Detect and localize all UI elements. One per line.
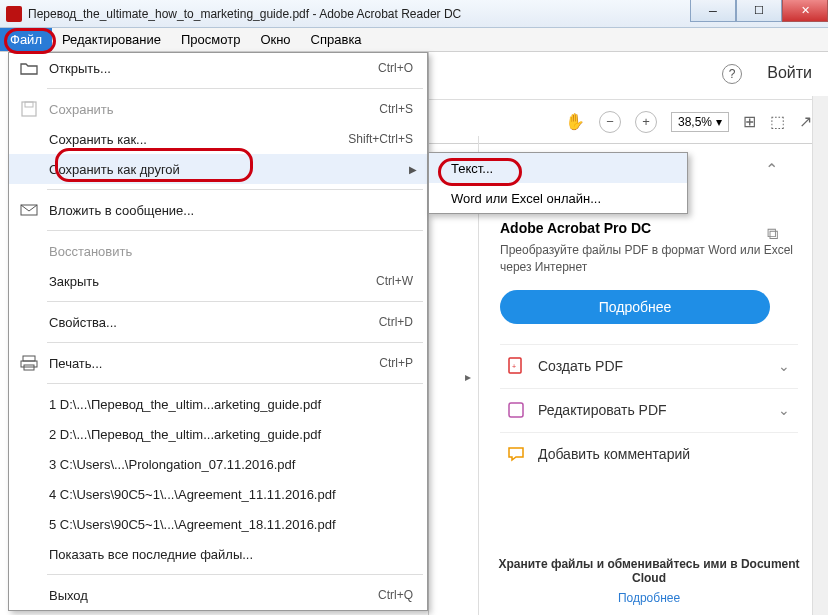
- separator: [47, 342, 423, 343]
- printer-icon: [17, 355, 41, 371]
- footer-link[interactable]: Подробнее: [618, 591, 680, 605]
- separator: [47, 574, 423, 575]
- svg-rect-4: [25, 102, 33, 107]
- panel-collapse-icon[interactable]: ▸: [465, 370, 471, 384]
- export-title: Adobe Acrobat Pro DC: [500, 220, 798, 236]
- comment-icon: [506, 444, 526, 464]
- menu-save-shortcut: Ctrl+S: [379, 102, 413, 116]
- menu-recent-5-label: 5 C:\Users\90C5~1\...\Agreement_18.11.20…: [49, 517, 413, 532]
- menu-exit-shortcut: Ctrl+Q: [378, 588, 413, 602]
- login-link[interactable]: Войти: [767, 64, 812, 82]
- save-icon: [17, 101, 41, 117]
- separator: [47, 383, 423, 384]
- create-pdf-label: Создать PDF: [538, 358, 623, 374]
- menu-print-shortcut: Ctrl+P: [379, 356, 413, 370]
- zoom-in-button[interactable]: +: [635, 111, 657, 133]
- menu-save-as-shortcut: Shift+Ctrl+S: [348, 132, 413, 146]
- collapse-chevron-icon[interactable]: ⌃: [765, 160, 778, 179]
- create-pdf-row[interactable]: + Создать PDF ⌄: [500, 344, 798, 388]
- zoom-out-button[interactable]: −: [599, 111, 621, 133]
- menu-attach-email[interactable]: Вложить в сообщение...: [9, 195, 427, 225]
- svg-text:+: +: [512, 363, 516, 370]
- tools-panel: Adobe Acrobat Pro DC Преобразуйте файлы …: [500, 220, 798, 476]
- edit-pdf-icon: [506, 400, 526, 420]
- menu-open-label: Открыть...: [49, 61, 378, 76]
- svg-rect-3: [22, 102, 36, 116]
- cloud-footer: Храните файлы и обменивайтесь ими в Docu…: [490, 557, 808, 605]
- menu-restore: Восстановить: [9, 236, 427, 266]
- footer-text: Храните файлы и обменивайтесь ими в Docu…: [490, 557, 808, 585]
- menu-exit[interactable]: Выход Ctrl+Q: [9, 580, 427, 610]
- minimize-button[interactable]: ─: [690, 0, 736, 22]
- menu-properties-shortcut: Ctrl+D: [379, 315, 413, 329]
- menu-recent-4-label: 4 C:\Users\90C5~1\...\Agreement_11.11.20…: [49, 487, 413, 502]
- menu-open[interactable]: Открыть... Ctrl+O: [9, 53, 427, 83]
- svg-rect-6: [23, 356, 35, 361]
- edit-pdf-label: Редактировать PDF: [538, 402, 667, 418]
- file-menu-dropdown: Открыть... Ctrl+O Сохранить Ctrl+S Сохра…: [8, 52, 428, 611]
- menu-print[interactable]: Печать... Ctrl+P: [9, 348, 427, 378]
- create-pdf-icon: +: [506, 356, 526, 376]
- menu-save-as-other-label: Сохранить как другой: [49, 162, 413, 177]
- menu-properties-label: Свойства...: [49, 315, 379, 330]
- maximize-button[interactable]: ☐: [736, 0, 782, 22]
- menu-recent-3-label: 3 C:\Users\...\Prolongation_07.11.2016.p…: [49, 457, 413, 472]
- menu-save: Сохранить Ctrl+S: [9, 94, 427, 124]
- menu-close-doc[interactable]: Закрыть Ctrl+W: [9, 266, 427, 296]
- close-window-button[interactable]: ✕: [782, 0, 828, 22]
- menu-view[interactable]: Просмотр: [171, 28, 250, 51]
- submenu-word-excel[interactable]: Word или Excel онлайн...: [429, 183, 687, 213]
- chevron-down-icon: ⌄: [778, 358, 790, 374]
- edit-pdf-row[interactable]: Редактировать PDF ⌄: [500, 388, 798, 432]
- menu-help[interactable]: Справка: [301, 28, 372, 51]
- menu-recent-2[interactable]: 2 D:\...\Перевод_the_ultim...arketing_gu…: [9, 419, 427, 449]
- menu-file[interactable]: Файл: [0, 28, 52, 51]
- menu-properties[interactable]: Свойства... Ctrl+D: [9, 307, 427, 337]
- submenu-word-excel-label: Word или Excel онлайн...: [451, 191, 601, 206]
- separator: [47, 88, 423, 89]
- export-desc: Преобразуйте файлы PDF в формат Word или…: [500, 242, 798, 276]
- separator: [47, 301, 423, 302]
- help-icon[interactable]: ?: [722, 64, 742, 84]
- menu-window[interactable]: Окно: [250, 28, 300, 51]
- envelope-icon: [17, 204, 41, 216]
- chevron-down-icon: ⌄: [778, 402, 790, 418]
- window-titlebar: Перевод_the_ultimate_how_to_marketing_gu…: [0, 0, 828, 28]
- hand-tool-icon[interactable]: ✋: [565, 112, 585, 131]
- svg-rect-7: [21, 361, 37, 367]
- share-icon[interactable]: ↗: [799, 112, 812, 131]
- vertical-scrollbar[interactable]: [812, 96, 828, 615]
- menu-save-label: Сохранить: [49, 102, 379, 117]
- menu-recent-1[interactable]: 1 D:\...\Перевод_the_ultim...arketing_gu…: [9, 389, 427, 419]
- app-icon: [6, 6, 22, 22]
- menu-save-as-label: Сохранить как...: [49, 132, 348, 147]
- menu-recent-3[interactable]: 3 C:\Users\...\Prolongation_07.11.2016.p…: [9, 449, 427, 479]
- add-comment-label: Добавить комментарий: [538, 446, 690, 462]
- separator: [47, 230, 423, 231]
- fit-width-icon[interactable]: ⊞: [743, 112, 756, 131]
- menu-save-as[interactable]: Сохранить как... Shift+Ctrl+S: [9, 124, 427, 154]
- submenu-text[interactable]: Текст...: [429, 153, 687, 183]
- menu-recent-4[interactable]: 4 C:\Users\90C5~1\...\Agreement_11.11.20…: [9, 479, 427, 509]
- learn-more-button[interactable]: Подробнее: [500, 290, 770, 324]
- save-as-other-submenu: Текст... Word или Excel онлайн...: [428, 152, 688, 214]
- zoom-level[interactable]: 38,5%▾: [671, 112, 729, 132]
- fit-page-icon[interactable]: ⬚: [770, 112, 785, 131]
- menu-show-all-recent[interactable]: Показать все последние файлы...: [9, 539, 427, 569]
- copy-icon[interactable]: ⧉: [767, 225, 778, 243]
- menu-recent-2-label: 2 D:\...\Перевод_the_ultim...arketing_gu…: [49, 427, 413, 442]
- zoom-toolbar: ✋ − + 38,5%▾ ⊞ ⬚ ↗: [429, 100, 828, 144]
- folder-open-icon: [17, 61, 41, 75]
- svg-rect-2: [509, 403, 523, 417]
- separator: [47, 189, 423, 190]
- add-comment-row[interactable]: Добавить комментарий: [500, 432, 798, 476]
- menu-edit[interactable]: Редактирование: [52, 28, 171, 51]
- menubar: Файл Редактирование Просмотр Окно Справк…: [0, 28, 828, 52]
- export-pdf-card: Adobe Acrobat Pro DC Преобразуйте файлы …: [500, 220, 798, 324]
- menu-recent-5[interactable]: 5 C:\Users\90C5~1\...\Agreement_18.11.20…: [9, 509, 427, 539]
- menu-close-label: Закрыть: [49, 274, 376, 289]
- menu-save-as-other[interactable]: Сохранить как другой ▶: [9, 154, 427, 184]
- menu-close-shortcut: Ctrl+W: [376, 274, 413, 288]
- zoom-value: 38,5%: [678, 115, 712, 129]
- chevron-down-icon: ▾: [716, 115, 722, 129]
